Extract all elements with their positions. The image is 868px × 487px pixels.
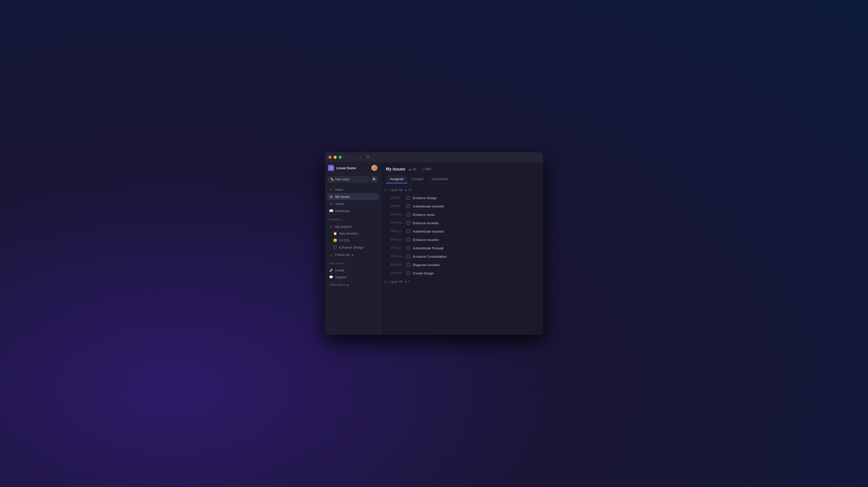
cycle-46-count-icon: ▲ [405, 188, 408, 192]
drag-handle-icon: ··· [385, 247, 389, 250]
app-body: Linear Demo ✏️ New issue 🔍 [325, 162, 543, 335]
sidebar-item-lv-223[interactable]: 😊 LV-223 [327, 237, 378, 244]
cycle-play-icon: ▷ [385, 188, 388, 192]
table-row[interactable]: ··· PRO-12 Enhance Issue [381, 210, 543, 219]
views-icon: ≡ [329, 202, 333, 206]
filter-button[interactable]: + Filter [419, 166, 434, 172]
table-row[interactable]: ··· PRO-20 Create Design [381, 269, 543, 278]
search-button[interactable]: 🔍 [371, 176, 378, 183]
your-teams-section: Your teams 🚀 Linear 💬 Support [325, 259, 380, 282]
cycle-78-count: ▲ 9 [405, 280, 410, 283]
issue-title: Enhance Issuelist [413, 238, 539, 242]
user-avatar[interactable] [371, 165, 377, 171]
sidebar-item-my-issues[interactable]: ◎ My issues [327, 193, 378, 200]
issue-id: PRO-2 [391, 196, 404, 200]
support-label: Support [335, 275, 347, 279]
main-header: My issues ▲ 20 + Filter Assigned Created… [381, 162, 543, 184]
status-circle-icon [406, 263, 410, 267]
status-circle-icon [406, 254, 410, 258]
sidebar: Linear Demo ✏️ New issue 🔍 [325, 162, 381, 335]
drag-handle-icon: ··· [385, 271, 389, 275]
cycle-78-count-icon: ▲ [405, 280, 408, 283]
table-row[interactable]: ··· PRO-14 Enhance Issuelist [381, 236, 543, 244]
other-teams-label: Other teams [329, 283, 346, 287]
issue-id: PRO-6 [391, 204, 404, 208]
your-teams-label: Your teams [325, 259, 380, 266]
tabs: Assigned Created Subscribed [386, 175, 538, 183]
drag-handle-icon: ··· [385, 205, 389, 208]
table-row[interactable]: ··· PRO-16 Enhance Consolidation [381, 252, 543, 261]
tab-created[interactable]: Created [407, 175, 427, 183]
sidebar-item-follow-up[interactable]: ⌂ Follow up ▶ [327, 251, 378, 258]
my-issues-icon: ◎ [329, 195, 333, 199]
issue-title: Authenticate Issuelist [413, 204, 539, 208]
sidebar-item-support[interactable]: 💬 Support [327, 274, 378, 281]
table-row[interactable]: ··· PRO-18 Diagnose Issuelist [381, 261, 543, 269]
lv-223-label: LV-223 [339, 238, 349, 242]
chat-icon: 💬 [329, 275, 333, 279]
follow-up-label: Follow up [335, 253, 349, 257]
drag-handle-icon: ··· [385, 196, 389, 199]
sidebar-item-new-timeline[interactable]: ⏰ New timeline [327, 230, 378, 237]
issue-title: Enhance Design [413, 196, 539, 200]
enhance-design-label: Enhance Design [339, 246, 363, 249]
cycle-78-label: Cycle 78 [390, 280, 403, 284]
sidebar-item-enhance-design[interactable]: Enhance Design [327, 244, 378, 251]
maximize-button[interactable] [339, 156, 342, 159]
table-row[interactable]: ··· PRO-17 Authenticate Firewall [381, 244, 543, 252]
back-button[interactable]: ← [349, 155, 354, 160]
table-row[interactable]: ··· PRO-13 Authenticate Issuelist [381, 227, 543, 236]
cycle-78-count-value: 9 [408, 280, 410, 283]
history-button[interactable]: ⏱ [365, 155, 371, 160]
issue-count: 20 [412, 167, 416, 171]
sidebar-item-inbox[interactable]: □ Inbox [327, 186, 378, 193]
table-row[interactable]: ··· PRO-2 Enhance Design [381, 194, 543, 202]
tab-assigned[interactable]: Assigned [386, 175, 407, 183]
issue-title: Diagnose Issuelist [413, 263, 539, 267]
other-teams-section[interactable]: Other teams ▶ [325, 282, 380, 288]
roadmap-icon: 📖 [329, 209, 333, 213]
issue-id: PRO-15 [391, 221, 404, 225]
sidebar-item-roadmap[interactable]: 📖 Roadmap [327, 207, 378, 214]
cycle-46-count-value: 10 [408, 188, 411, 192]
folder2-icon: ⌂ [329, 253, 333, 257]
issue-id: PRO-17 [391, 246, 404, 250]
table-row[interactable]: ··· PRO-6 Authenticate Issuelist [381, 202, 543, 210]
issue-id: PRO-12 [391, 213, 404, 217]
sidebar-item-linear[interactable]: 🚀 Linear [327, 267, 378, 274]
count-icon: ▲ [408, 167, 411, 171]
my-projects-label: My projects [335, 225, 352, 229]
svg-point-2 [334, 246, 337, 249]
issue-id: PRO-18 [391, 263, 404, 266]
search-icon: 🔍 [372, 177, 376, 181]
close-button[interactable] [329, 156, 332, 159]
sidebar-item-my-projects[interactable]: ⌂ My projects [327, 223, 378, 230]
teams-nav: 🚀 Linear 💬 Support [325, 266, 380, 282]
titlebar-nav: ← → ⏱ [349, 155, 371, 160]
smile-icon: 😊 [333, 238, 337, 242]
issue-title: Authenticate Firewall [413, 246, 539, 250]
new-issue-icon: ✏️ [330, 177, 334, 181]
status-circle-icon [406, 212, 410, 217]
main-content: My issues ▲ 20 + Filter Assigned Created… [381, 162, 543, 335]
sidebar-item-views[interactable]: ≡ Views [327, 200, 378, 207]
new-issue-button[interactable]: ✏️ New issue [328, 176, 369, 183]
views-label: Views [335, 202, 344, 206]
svg-point-1 [374, 167, 375, 168]
table-row[interactable]: ··· PRO-15 Enhance Issuelist [381, 219, 543, 227]
tab-subscribed[interactable]: Subscribed [427, 175, 452, 183]
workspace-avatar [328, 165, 334, 171]
issue-id: PRO-20 [391, 271, 404, 275]
status-circle-icon [406, 196, 410, 200]
sidebar-nav: □ Inbox ◎ My issues ≡ Views 📖 Roadmap [325, 185, 380, 216]
issue-list: ▷ Cycle 46 ▲ 10 ··· PRO-2 Enhance Design… [381, 184, 543, 335]
cycle-46-header[interactable]: ▷ Cycle 46 ▲ 10 [381, 186, 543, 194]
new-timeline-label: New timeline [339, 232, 358, 235]
cycle-78-header[interactable]: ▷ Cycle 78 ▲ 9 [381, 278, 543, 286]
issue-count-badge: ▲ 20 [408, 167, 416, 171]
forward-button[interactable]: → [357, 155, 363, 160]
minimize-button[interactable] [334, 156, 337, 159]
drag-handle-icon: ··· [385, 222, 389, 225]
status-circle-icon [406, 204, 410, 208]
status-circle-icon [406, 271, 410, 275]
